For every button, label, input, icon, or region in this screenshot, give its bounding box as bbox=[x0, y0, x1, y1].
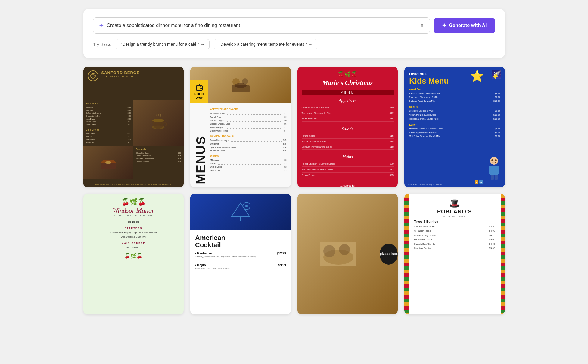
sanford-hot-drinks: Hot Drinks Espresso5.90 Machiato5.95 Cof… bbox=[83, 100, 134, 146]
windsor-snowflakes: ❄ ❄ ❄ bbox=[88, 220, 180, 224]
kids-item: Salad, Applesauce & Banana$5.00 bbox=[409, 131, 500, 135]
svg-text:A: A bbox=[476, 181, 478, 184]
svg-point-22 bbox=[495, 159, 497, 161]
sanford-item: Iced Coffee5.90 bbox=[86, 132, 131, 135]
christmas-holly-top: 🍒🌿🍒 bbox=[302, 71, 394, 78]
card-kids[interactable]: Delicious Kids Menu ⭐ 🌠 Breakfast Bacon … bbox=[404, 67, 505, 187]
sanford-item: Smoothies5.00 bbox=[86, 141, 131, 144]
kids-item: Macaroni, Carrot & Cucumber Slices$4.50 bbox=[409, 127, 500, 131]
generate-button[interactable]: ✦ Generate with AI bbox=[434, 18, 495, 33]
menus-vertical-text: MENUS bbox=[194, 106, 207, 184]
sanford-item: Chocolate Coffee4.25 bbox=[86, 115, 131, 118]
christmas-appetizers: Appetizers Chicken and Wonton Soup$10 To… bbox=[302, 98, 394, 122]
christmas-item: Tortilla and Guacamole Dip$12 bbox=[302, 110, 394, 116]
poblanos-item: Classic Beef Burrito$4.50 bbox=[414, 242, 495, 246]
poblanos-item: Al Pastor Tacos$4.00 bbox=[414, 229, 495, 233]
upload-icon[interactable]: ⬆ bbox=[420, 22, 424, 29]
card-pizza[interactable]: pizza place MARCHERITA $4.00 Sauce, Mozz… bbox=[297, 194, 398, 314]
sanford-footer-text: FOR INGREDIENTS & DIETARY INFORMATION, P… bbox=[95, 183, 172, 185]
kids-blocks-icon: A B bbox=[475, 178, 484, 185]
sanford-coffee-image bbox=[133, 100, 184, 146]
svg-point-35 bbox=[339, 244, 350, 255]
pizza-logo-line2: place bbox=[388, 252, 398, 257]
kids-item: Crackers, Cheese & Water$9.50 bbox=[409, 109, 500, 113]
kids-snacks-title: Snacks bbox=[409, 105, 500, 108]
pizza-logo-line1: pizza bbox=[380, 252, 388, 257]
sanford-item: Coffee with Cream5.95 bbox=[86, 112, 131, 115]
poblanos-item: Vegetarian Tacos$5.00 bbox=[414, 238, 495, 242]
card-foodway[interactable]: FOOD WAY MENUS APPETIZER AND SNACKS Mozz… bbox=[190, 67, 291, 187]
christmas-item: Chicken and Wonton Soup$10 bbox=[302, 105, 394, 110]
poblanos-border-left bbox=[404, 194, 409, 314]
kids-main-title: Kids Menu bbox=[409, 77, 500, 86]
card-sanford[interactable]: SANFORD BERGE COFFEE HOUSE Hot Drinks Es… bbox=[83, 67, 184, 187]
foodway-item: Orange Juice$3 bbox=[210, 165, 287, 169]
foodway-item: Mushroom Swiss$19 bbox=[210, 149, 287, 153]
cocktail-mojito: • Mojito $9.99 Rum, Fresh Mint, Lime Jui… bbox=[195, 263, 286, 272]
svg-point-5 bbox=[152, 119, 164, 122]
generate-sparkle-icon: ✦ bbox=[442, 22, 446, 29]
svg-rect-17 bbox=[489, 166, 492, 174]
windsor-starters-title: STARTERS bbox=[88, 227, 180, 229]
kids-item: Pancakes, Strawberries & Milk$9.00 bbox=[409, 95, 500, 99]
foodway-item: Milkshake$3 bbox=[210, 158, 287, 162]
sanford-item: Espresso5.90 bbox=[86, 106, 131, 109]
manhattan-desc: Whiskey, Sweet Vermouth, Angostura Bitte… bbox=[195, 256, 286, 258]
foodway-item: Ice Tea$3 bbox=[210, 162, 287, 166]
poblanos-border-right bbox=[501, 194, 505, 314]
sanford-item: Machiato5.95 bbox=[86, 109, 131, 112]
suggestion-chip-1[interactable]: "Design a trendy brunch menu for a café.… bbox=[116, 39, 210, 49]
sanford-bottom: Desserts Chocolate Cake5.90 Pecan Cheese… bbox=[83, 146, 184, 179]
svg-point-7 bbox=[105, 161, 111, 164]
foodway-logo-line1: FOOD bbox=[194, 92, 204, 96]
foodway-logo-line2: WAY bbox=[196, 96, 203, 100]
svg-text:B: B bbox=[480, 181, 482, 184]
card-windsor[interactable]: 🍒🌿🍒 Windsor Manor CHRISTMAS SET MENU ❄ ❄… bbox=[83, 194, 184, 314]
poblanos-item: Carnitas Burrito$9.00 bbox=[414, 246, 495, 250]
cocktail-title: AmericanCocktail bbox=[195, 234, 286, 249]
foodway-item: Chicken Fingers$6 bbox=[210, 119, 287, 122]
pizza-image-top: pizza place bbox=[297, 194, 398, 230]
svg-point-11 bbox=[235, 83, 247, 88]
card-cocktail[interactable]: AmericanCocktail • Manhattan $12.99 Whis… bbox=[190, 194, 291, 314]
poblanos-title: POBLANO'S bbox=[414, 209, 495, 215]
desserts-title: Desserts bbox=[136, 148, 181, 151]
windsor-starter-1: Cheese with Poppy & Apricot Bread Wreath bbox=[88, 231, 180, 235]
christmas-item: Roast Chicken in Lemon Sauce$20 bbox=[302, 161, 394, 167]
search-row: ✦ ⬆ ✦ Generate with AI bbox=[93, 17, 495, 34]
kids-address: 108 N Platinum Ave Deming, NY 88030 bbox=[407, 183, 442, 185]
sanford-middle: Hot Drinks Espresso5.90 Machiato5.95 Cof… bbox=[83, 100, 184, 146]
kids-breakfast-title: Breakfast bbox=[409, 88, 500, 91]
sanford-item: Amaretto Cheesecake4.00 bbox=[136, 157, 181, 160]
christmas-divider bbox=[302, 153, 394, 153]
foodway-content: MENUS APPETIZER AND SNACKS Mozzarella St… bbox=[190, 103, 291, 187]
christmas-section1-title: Appetizers bbox=[302, 98, 394, 103]
mojito-name: • Mojito bbox=[195, 263, 206, 267]
sanford-item: Long Black2.99 bbox=[86, 118, 131, 121]
sanford-title-block: SANFORD BERGE COFFEE HOUSE bbox=[101, 70, 140, 78]
kids-lunch-title: Lunch bbox=[409, 123, 500, 126]
christmas-salads: Salads Potato Salad$15 Sicilian Escarole… bbox=[302, 127, 394, 150]
windsor-title: Windsor Manor bbox=[88, 207, 180, 214]
kids-header: Delicious Kids Menu bbox=[409, 72, 500, 86]
christmas-divider bbox=[302, 181, 394, 181]
christmas-mains: Mains Roast Chicken in Lemon Sauce$20 Fi… bbox=[302, 155, 394, 178]
card-poblanos[interactable]: 🎩 POBLANO'S RESTAURANT Tacos & Burritos … bbox=[404, 194, 505, 314]
suggestions-row: Try these "Design a trendy brunch menu f… bbox=[93, 39, 495, 49]
foodway-item: Lemon Tea$3 bbox=[210, 169, 287, 173]
sanford-desserts: Desserts Chocolate Cake5.90 Pecan Cheese… bbox=[133, 146, 184, 179]
search-input-wrapper[interactable]: ✦ ⬆ bbox=[93, 17, 430, 34]
kids-item: Bacon & Muffins, Peaches & Milk$8.50 bbox=[409, 92, 500, 96]
windsor-main-item: Rib of Beef... bbox=[88, 246, 180, 250]
christmas-title: Marie's Christmas bbox=[302, 79, 394, 87]
sanford-item: Pecan Cheesecake4.95 bbox=[136, 154, 181, 157]
windsor-starter-2: Asparagus & Cashews bbox=[88, 235, 180, 239]
foodway-item: Mozzarella Sticks$7 bbox=[210, 112, 287, 115]
foodway-logo-block: FOOD WAY bbox=[190, 80, 208, 103]
svg-point-34 bbox=[323, 245, 335, 257]
windsor-subtitle: CHRISTMAS SET MENU bbox=[88, 214, 180, 217]
card-christmas[interactable]: 🍒🌿🍒 Marie's Christmas MENU Appetizers Ch… bbox=[297, 67, 398, 187]
suggestion-chip-2[interactable]: "Develop a catering menu template for ev… bbox=[214, 39, 317, 49]
svg-point-1 bbox=[92, 75, 94, 77]
search-input[interactable] bbox=[107, 23, 417, 28]
